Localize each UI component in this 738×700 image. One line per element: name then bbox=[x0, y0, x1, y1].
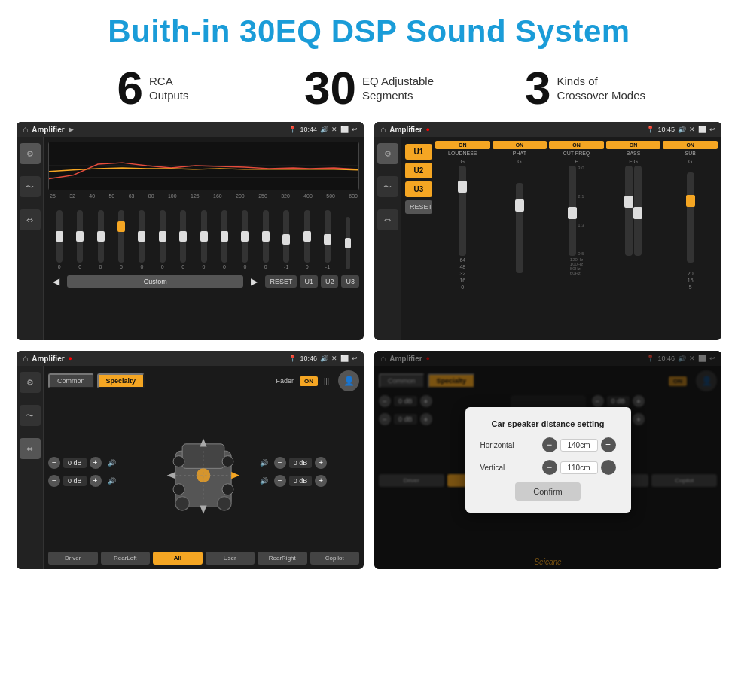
horizontal-plus-btn[interactable]: + bbox=[601, 437, 616, 452]
loudness-label: LOUDNESS bbox=[448, 151, 477, 156]
balance-icon-2[interactable]: ⇔ bbox=[377, 209, 398, 230]
home-icon-1[interactable]: ⌂ bbox=[23, 124, 28, 135]
channel-loudness: ON LOUDNESS G 64 48 32 16 0 bbox=[435, 141, 490, 290]
u2-button[interactable]: U2 bbox=[321, 275, 339, 288]
stat-eq-label: EQ AdjustableSegments bbox=[362, 74, 434, 103]
eq-slider-9: 0 bbox=[215, 210, 233, 269]
screen-fader: ⌂ Amplifier ● 📍 10:46 🔊 ✕ ⬜ ↩ ⚙ 〜 ⇔ bbox=[17, 351, 364, 569]
window-icon[interactable]: ⬜ bbox=[340, 126, 349, 133]
sub-toggle[interactable]: ON bbox=[663, 141, 718, 149]
back-icon-3[interactable]: ↩ bbox=[352, 355, 358, 362]
gps-icon-2: 📍 bbox=[646, 126, 654, 133]
fader-controls: − 0 dB + 🔊 − 0 dB + 🔊 bbox=[48, 395, 359, 548]
amp-main: U1 U2 U3 RESET ON LOUDNESS G bbox=[401, 137, 721, 340]
next-button[interactable]: ▶ bbox=[246, 274, 262, 289]
balance-icon-3[interactable]: ⇔ bbox=[20, 438, 41, 459]
bass-toggle[interactable]: ON bbox=[606, 141, 661, 149]
wave-icon-3[interactable]: 〜 bbox=[20, 405, 41, 426]
all-btn[interactable]: All bbox=[153, 552, 203, 565]
fader-right: 🔊 − 0 dB + 🔊 − 0 dB + bbox=[260, 457, 359, 487]
eq-slider-7: 0 bbox=[173, 210, 192, 269]
vertical-plus-btn[interactable]: + bbox=[601, 460, 616, 475]
rr-db-val: 0 dB bbox=[289, 476, 313, 486]
u3-button[interactable]: U3 bbox=[341, 275, 359, 288]
u1-ch-button[interactable]: U1 bbox=[405, 144, 432, 160]
close-icon-3[interactable]: ✕ bbox=[331, 355, 337, 362]
stats-row: 6 RCAOutputs 30 EQ AdjustableSegments 3 … bbox=[0, 57, 738, 122]
channel-sub: ON SUB G 20 15 5 bbox=[663, 141, 718, 290]
fl-minus-btn[interactable]: − bbox=[48, 457, 60, 469]
svg-point-6 bbox=[175, 496, 190, 510]
vertical-label: Vertical bbox=[480, 464, 526, 472]
amp-channels: ON LOUDNESS G 64 48 32 16 0 bbox=[435, 141, 718, 290]
fr-db-val: 0 dB bbox=[289, 458, 313, 468]
svg-marker-15 bbox=[200, 438, 207, 446]
rl-minus-btn[interactable]: − bbox=[48, 475, 60, 487]
fl-plus-btn[interactable]: + bbox=[90, 457, 102, 469]
sub-label: SUB bbox=[685, 151, 695, 156]
home-icon-3[interactable]: ⌂ bbox=[23, 353, 28, 364]
eq-icon-3[interactable]: ⚙ bbox=[20, 372, 41, 393]
confirm-button[interactable]: Confirm bbox=[515, 482, 581, 501]
close-icon[interactable]: ✕ bbox=[331, 126, 337, 133]
rearright-btn[interactable]: RearRight bbox=[258, 552, 307, 565]
window-icon-2[interactable]: ⬜ bbox=[698, 126, 706, 133]
u1-button[interactable]: U1 bbox=[300, 275, 318, 288]
dialog-title: Car speaker distance setting bbox=[480, 419, 616, 428]
fader-left: − 0 dB + 🔊 − 0 dB + 🔊 bbox=[48, 457, 148, 487]
prev-button[interactable]: ◀ bbox=[48, 274, 64, 289]
u2-ch-button[interactable]: U2 bbox=[405, 163, 432, 178]
phat-toggle[interactable]: ON bbox=[493, 141, 547, 149]
back-icon-2[interactable]: ↩ bbox=[709, 126, 715, 133]
window-icon-3[interactable]: ⬜ bbox=[340, 355, 349, 362]
rl-plus-btn[interactable]: + bbox=[90, 475, 102, 487]
close-icon-2[interactable]: ✕ bbox=[689, 126, 695, 133]
cutfreq-label: CUT FREQ bbox=[563, 151, 590, 156]
time-2: 10:45 bbox=[657, 126, 675, 133]
rr-plus-btn[interactable]: + bbox=[315, 475, 327, 487]
vertical-minus-btn[interactable]: − bbox=[542, 460, 557, 475]
eq-slider-1: 0 bbox=[50, 210, 69, 269]
rr-minus-btn[interactable]: − bbox=[274, 475, 286, 487]
rearleft-btn[interactable]: RearLeft bbox=[101, 552, 151, 565]
svg-point-11 bbox=[223, 483, 234, 495]
bass-label: BASS bbox=[627, 151, 641, 156]
distance-dialog: Car speaker distance setting Horizontal … bbox=[465, 407, 631, 513]
eq-slider-5: 0 bbox=[133, 210, 151, 269]
fr-plus-btn[interactable]: + bbox=[315, 457, 327, 469]
specialty-tab[interactable]: Specialty bbox=[97, 373, 145, 388]
channel-cutfreq: ON CUT FREQ F 3.02.11.30.5 120Hz100Hz80H… bbox=[549, 141, 604, 290]
balance-icon[interactable]: ⇔ bbox=[20, 209, 41, 230]
common-tab[interactable]: Common bbox=[48, 373, 94, 388]
status-bar-1: ⌂ Amplifier ▶ 📍 10:44 🔊 ✕ ⬜ ↩ bbox=[17, 122, 364, 137]
eq-sliders: 0 0 0 5 0 bbox=[48, 202, 359, 269]
cutfreq-toggle[interactable]: ON bbox=[549, 141, 604, 149]
copilot-btn[interactable]: Copilot bbox=[310, 552, 360, 565]
wave-icon-2[interactable]: 〜 bbox=[377, 176, 398, 197]
eq-slider-10: 0 bbox=[236, 210, 255, 269]
speaker-icon: 🔊 bbox=[320, 126, 328, 133]
driver-btn[interactable]: Driver bbox=[48, 552, 98, 565]
amp-reset-button[interactable]: RESET bbox=[405, 200, 432, 214]
wave-icon[interactable]: 〜 bbox=[20, 176, 41, 197]
eq-slider-14: -1 bbox=[318, 210, 337, 269]
eq-icon[interactable]: ⚙ bbox=[20, 143, 41, 164]
db-row-rr: 🔊 − 0 dB + bbox=[260, 475, 359, 487]
back-icon[interactable]: ↩ bbox=[352, 126, 358, 133]
eq-icon-2[interactable]: ⚙ bbox=[377, 143, 398, 164]
eq-slider-13: 0 bbox=[297, 210, 316, 269]
svg-point-8 bbox=[174, 455, 185, 467]
side-icons-1: ⚙ 〜 ⇔ bbox=[17, 137, 44, 340]
user-btn[interactable]: User bbox=[206, 552, 255, 565]
speaker-icon-2: 🔊 bbox=[678, 126, 686, 133]
loudness-toggle[interactable]: ON bbox=[435, 141, 490, 149]
reset-button[interactable]: RESET bbox=[265, 275, 297, 288]
stat-crossover-number: 3 bbox=[525, 65, 550, 111]
stat-eq-number: 30 bbox=[304, 65, 356, 111]
horizontal-minus-btn[interactable]: − bbox=[542, 437, 557, 452]
side-icons-2: ⚙ 〜 ⇔ bbox=[374, 137, 401, 340]
u3-ch-button[interactable]: U3 bbox=[405, 181, 432, 197]
fader-profile-icon[interactable]: 👤 bbox=[338, 370, 359, 391]
home-icon-2[interactable]: ⌂ bbox=[380, 124, 386, 135]
fr-minus-btn[interactable]: − bbox=[274, 457, 286, 469]
